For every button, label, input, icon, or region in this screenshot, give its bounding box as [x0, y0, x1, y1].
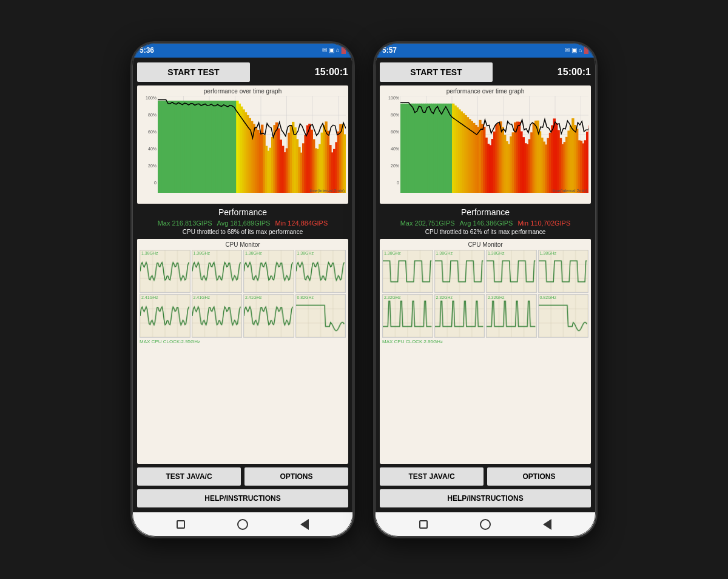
timer-2: 15:00:1	[497, 67, 591, 78]
cpu-canvas-1-4	[140, 295, 190, 337]
cpu-cell-1-6: 2.41GHz	[243, 294, 294, 338]
help-button-1[interactable]: HELP/INSTRUCTIONS	[137, 489, 348, 507]
cpu-cell-1-3: 1.38GHz	[295, 250, 346, 293]
cpu-label-1-4: 2.41GHz	[141, 295, 158, 300]
cpu-cell-1-7: 0.82GHz	[295, 294, 346, 338]
chart-label-0-2: 0	[382, 181, 400, 185]
chart-title-2: performance over time graph	[382, 88, 588, 95]
start-test-button-2[interactable]: START TEST	[380, 62, 493, 82]
perf-stats-2: Max 202,751GIPS Avg 146,386GIPS Min 110,…	[380, 219, 591, 227]
chart-label-80-2: 80%	[382, 113, 400, 117]
nav-square-2[interactable]	[419, 520, 428, 529]
nav-bar-1	[132, 512, 353, 537]
nav-bar-2	[375, 512, 596, 537]
chart-time-label-2: time(interval 2min)	[552, 189, 587, 193]
cpu-cell-2-1: 1.38GHz	[434, 250, 485, 293]
cpu-monitor-1: CPU Monitor 1.38GHz 1.38GHz 1.38GHz	[137, 239, 348, 464]
options-button-1[interactable]: OPTIONS	[244, 467, 348, 486]
cpu-cell-2-2: 1.38GHz	[486, 250, 537, 293]
perf-chart-1: performance over time graph 100% 80% 60%…	[137, 85, 348, 204]
max-cpu-label-1: MAX CPU CLOCK:2.95GHz	[140, 339, 346, 344]
signal-icon-1: ▣	[329, 47, 334, 53]
help-button-2[interactable]: HELP/INSTRUCTIONS	[380, 489, 591, 507]
perf-avg-1: Avg 181,689GIPS	[217, 219, 271, 227]
cpu-canvas-1-0	[140, 250, 190, 293]
status-time-1: 5:36	[140, 46, 154, 55]
sim-icon-2: ✉	[565, 47, 570, 53]
cpu-label-1-0: 1.38GHz	[141, 251, 158, 255]
phone-2: 5:57 ✉ ▣ ⌂ ▓ START TEST 15:00:1 performa…	[373, 41, 598, 538]
cpu-canvas-2-7	[539, 295, 588, 337]
chart-label-80-1: 80%	[140, 113, 158, 117]
cpu-canvas-1-1	[192, 250, 242, 293]
cpu-label-1-3: 1.38GHz	[297, 251, 314, 255]
nav-triangle-2[interactable]	[543, 519, 551, 530]
cpu-cell-1-4: 2.41GHz	[140, 294, 190, 338]
nav-circle-2[interactable]	[480, 519, 491, 530]
phone-1: 5:36 ✉ ▣ ⌂ ▓ START TEST 15:00:1 performa…	[130, 41, 355, 538]
cpu-cell-2-3: 1.38GHz	[538, 250, 589, 293]
perf-canvas-1	[158, 96, 346, 193]
perf-min-1: Min 124,884GIPS	[275, 219, 328, 227]
cpu-canvas-1-3	[296, 250, 346, 293]
cpu-cell-2-5: 2.32GHz	[434, 294, 485, 338]
cpu-canvas-1-2	[244, 250, 294, 293]
chart-area-2: 100% 80% 60% 40% 20% 0 time(interval 2mi…	[382, 96, 588, 193]
options-button-2[interactable]: OPTIONS	[487, 467, 591, 486]
chart-y-labels-1: 100% 80% 60% 40% 20% 0	[140, 96, 158, 193]
battery-icon-1: ▓	[342, 47, 346, 53]
start-test-button-1[interactable]: START TEST	[137, 62, 250, 82]
chart-area-1: 100% 80% 60% 40% 20% 0 time(interval 2mi…	[140, 96, 346, 193]
perf-max-1: Max 216,813GIPS	[158, 219, 212, 227]
wifi-icon-2: ⌂	[579, 47, 582, 53]
status-icons-1: ✉ ▣ ⌂ ▓	[322, 47, 346, 53]
cpu-canvas-2-2	[487, 250, 536, 293]
wifi-icon-1: ⌂	[336, 47, 340, 53]
perf-throttle-1: CPU throttled to 68% of its max performa…	[137, 229, 348, 235]
max-cpu-label-2: MAX CPU CLOCK:2.95GHz	[382, 339, 588, 344]
chart-title-1: performance over time graph	[140, 88, 346, 95]
chart-label-100-2: 100%	[382, 96, 400, 100]
cpu-canvas-2-5	[435, 295, 485, 337]
status-time-2: 5:57	[382, 46, 397, 55]
perf-avg-2: Avg 146,386GIPS	[460, 219, 513, 227]
cpu-cell-2-0: 1.38GHz	[382, 250, 433, 293]
timer-1: 15:00:1	[255, 67, 348, 78]
phones-container: 5:36 ✉ ▣ ⌂ ▓ START TEST 15:00:1 performa…	[130, 41, 598, 538]
test-java-button-1[interactable]: TEST JAVA/C	[137, 467, 241, 486]
cpu-canvas-2-6	[487, 295, 536, 337]
perf-title-1: Performance	[137, 207, 348, 217]
chart-label-20-2: 20%	[382, 164, 400, 168]
cpu-canvas-2-4	[383, 295, 433, 337]
sim-icon-1: ✉	[322, 47, 327, 53]
chart-label-60-2: 60%	[382, 130, 400, 134]
cpu-grid-2: 1.38GHz 1.38GHz 1.38GHz 1.38GHz	[382, 250, 588, 338]
nav-circle-1[interactable]	[237, 519, 248, 530]
perf-throttle-2: CPU throttled to 62% of its max performa…	[380, 229, 591, 235]
top-controls-2: START TEST 15:00:1	[380, 62, 591, 82]
nav-square-1[interactable]	[177, 520, 185, 529]
signal-icon-2: ▣	[571, 47, 577, 53]
perf-chart-2: performance over time graph 100% 80% 60%…	[380, 85, 591, 204]
cpu-label-2-2: 1.38GHz	[488, 251, 505, 255]
cpu-label-2-4: 2.32GHz	[384, 295, 401, 300]
bottom-buttons-2: TEST JAVA/C OPTIONS	[380, 467, 591, 486]
perf-stats-1: Max 216,813GIPS Avg 181,689GIPS Min 124,…	[137, 219, 348, 227]
chart-label-20-1: 20%	[140, 164, 158, 168]
cpu-cell-1-2: 1.38GHz	[243, 250, 294, 293]
cpu-label-2-5: 2.32GHz	[436, 295, 453, 300]
nav-triangle-1[interactable]	[300, 519, 309, 530]
screen-2: START TEST 15:00:1 performance over time…	[375, 58, 596, 512]
perf-max-2: Max 202,751GIPS	[400, 219, 455, 227]
chart-label-40-1: 40%	[140, 147, 158, 151]
cpu-cell-2-4: 2.32GHz	[382, 294, 433, 338]
test-java-button-2[interactable]: TEST JAVA/C	[380, 467, 484, 486]
chart-label-40-2: 40%	[382, 147, 400, 151]
cpu-cell-2-6: 2.32GHz	[486, 294, 537, 338]
cpu-monitor-2: CPU Monitor 1.38GHz 1.38GHz 1.38GHz	[380, 239, 591, 464]
cpu-label-2-6: 2.32GHz	[488, 295, 505, 300]
status-bar-2: 5:57 ✉ ▣ ⌂ ▓	[375, 43, 596, 58]
status-icons-2: ✉ ▣ ⌂ ▓	[565, 47, 588, 53]
cpu-label-2-3: 1.38GHz	[540, 251, 557, 255]
perf-title-2: Performance	[380, 207, 591, 217]
